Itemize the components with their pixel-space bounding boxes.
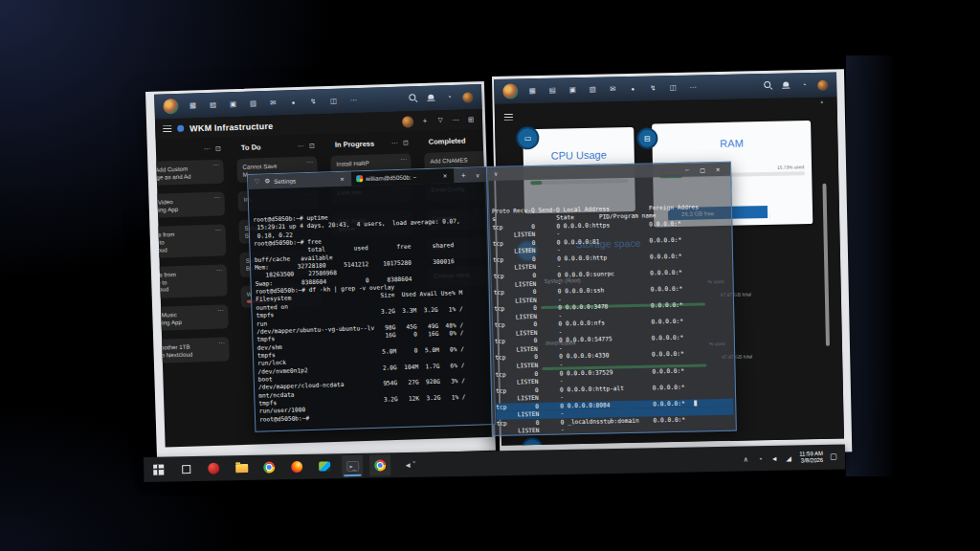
close-tab-icon[interactable]: [441, 170, 449, 181]
contacts-menu-icon[interactable]: [800, 80, 808, 91]
windows-terminal-button[interactable]: [342, 455, 363, 476]
user-avatar[interactable]: [817, 79, 828, 90]
board-avatar[interactable]: [402, 116, 413, 127]
column-menu-icon[interactable]: [298, 142, 304, 149]
tray-expand-icon[interactable]: [742, 453, 749, 464]
menu-icon[interactable]: [163, 125, 171, 132]
card-menu-icon[interactable]: [218, 340, 225, 347]
card-menu-icon[interactable]: [400, 155, 407, 163]
minimize-button[interactable]: [679, 166, 695, 172]
close-tab-icon[interactable]: [339, 174, 346, 185]
nextcloud-logo-icon[interactable]: [502, 83, 518, 99]
column-title: To Do: [241, 142, 293, 152]
card-menu-icon[interactable]: [216, 267, 223, 275]
filter-icon[interactable]: [436, 115, 444, 125]
collapse-column-icon[interactable]: [215, 144, 221, 152]
card-title: l another 1TB e to Nextcloud: [154, 342, 223, 359]
ram-card-title: RAM: [652, 136, 811, 150]
firefox-button[interactable]: [286, 456, 307, 477]
collapse-column-icon[interactable]: [403, 139, 409, 146]
contacts-icon[interactable]: [329, 96, 337, 106]
terminal-output[interactable]: root@d5050b:~# uptime 15:29:21 up 4 days…: [249, 182, 496, 424]
column-menu-icon[interactable]: [391, 139, 398, 146]
tray-app-icon[interactable]: [756, 453, 764, 464]
kanban-card[interactable]: rate from ud to tcloud: [145, 225, 226, 258]
tab-dropdown-icon[interactable]: [492, 168, 500, 179]
files-icon[interactable]: [568, 85, 576, 96]
column-menu-icon[interactable]: [204, 144, 211, 152]
card-menu-icon[interactable]: [212, 162, 219, 169]
collapse-column-icon[interactable]: [309, 142, 315, 149]
screenshot-app-button[interactable]: [314, 455, 335, 476]
notifications-icon[interactable]: [782, 80, 791, 91]
column-title: s: [147, 144, 199, 155]
card-menu-icon[interactable]: [306, 159, 313, 166]
contacts-icon[interactable]: [669, 82, 677, 93]
column-title: In Progress: [335, 139, 387, 149]
talk-icon[interactable]: [289, 98, 297, 108]
cpu-card-title: CPU Usage: [523, 148, 635, 162]
photos-icon[interactable]: [589, 84, 596, 95]
photos-icon[interactable]: [249, 99, 256, 109]
card-title: l a Music aming App: [153, 310, 222, 326]
chrome-window-button[interactable]: [369, 454, 390, 475]
mail-icon[interactable]: [609, 84, 616, 95]
more-apps-icon[interactable]: [349, 96, 357, 106]
ssh-profile-icon: [356, 175, 363, 182]
search-icon[interactable]: [408, 94, 417, 104]
nextcloud-logo-icon[interactable]: [163, 99, 178, 114]
add-user-icon[interactable]: [421, 116, 429, 126]
scrollbar[interactable]: [822, 184, 830, 346]
task-view-button[interactable]: [175, 458, 196, 479]
files-icon[interactable]: [229, 99, 236, 110]
search-icon[interactable]: [763, 80, 772, 91]
card-menu-icon[interactable]: [213, 194, 220, 202]
notifications-icon[interactable]: [427, 93, 435, 103]
printer-icon[interactable]: [548, 85, 556, 96]
close-button[interactable]: [710, 165, 725, 173]
volume-icon[interactable]: [770, 452, 778, 463]
netstat-output[interactable]: Proto Recv-Q Send-Q Local Address Foreig…: [487, 176, 736, 436]
board-more-icon[interactable]: [452, 115, 459, 125]
taskbar-clock[interactable]: 11:59 AM 3/8/2026: [799, 451, 823, 464]
kanban-card[interactable]: l another 1TB e to Nextcloud: [148, 338, 230, 364]
network-icon[interactable]: [785, 452, 792, 463]
ram-used-text: 15.73% used: [777, 165, 804, 170]
mail-icon[interactable]: [269, 98, 277, 108]
chrome-button[interactable]: [258, 456, 279, 477]
navbar-app-icons: [189, 96, 357, 112]
new-tab-icon[interactable]: [459, 170, 467, 181]
kanban-card[interactable]: rate from gle to tcloud: [146, 265, 228, 298]
apps-icon[interactable]: [528, 86, 536, 97]
user-avatar[interactable]: [462, 92, 473, 102]
apps-icon[interactable]: [189, 100, 196, 111]
start-button[interactable]: [147, 459, 168, 480]
column-menu-icon[interactable]: [485, 136, 492, 143]
action-center-icon[interactable]: [830, 452, 837, 462]
activity-icon[interactable]: [649, 83, 657, 94]
scroll-up-icon[interactable]: [820, 99, 824, 104]
printer-icon[interactable]: [209, 99, 216, 110]
maximize-button[interactable]: [695, 166, 710, 173]
kanban-card[interactable]: l a Music aming App: [147, 304, 229, 331]
pinned-app-red[interactable]: [203, 457, 224, 478]
bezel-reflection: [846, 55, 892, 476]
card-menu-icon[interactable]: [214, 227, 221, 234]
board-view-icon[interactable]: [467, 114, 475, 124]
file-explorer-button[interactable]: [231, 457, 252, 478]
kanban-card[interactable]: l - Add Custom Page as and Ad: [145, 159, 224, 186]
card-title: l a Video aming App: [150, 197, 219, 213]
activity-icon[interactable]: [309, 97, 317, 107]
menu-icon[interactable]: [504, 114, 513, 121]
desktop: WKM Infrastructure s l - Add Custom Pag: [0, 0, 980, 551]
card-menu-icon[interactable]: [217, 306, 224, 314]
volume-app-button[interactable]: [397, 454, 418, 475]
more-apps-icon[interactable]: [689, 82, 697, 93]
tab-dropdown-icon[interactable]: [474, 169, 481, 180]
kanban-card[interactable]: l a Video aming App: [145, 192, 225, 219]
contacts-menu-icon[interactable]: [445, 92, 453, 102]
card-title: Install HaRP: [336, 159, 405, 168]
card-title: l - Add Custom Page as and Ad: [148, 165, 217, 181]
talk-icon[interactable]: [629, 83, 636, 94]
system-tray: 11:59 AM 3/8/2026: [742, 451, 841, 466]
